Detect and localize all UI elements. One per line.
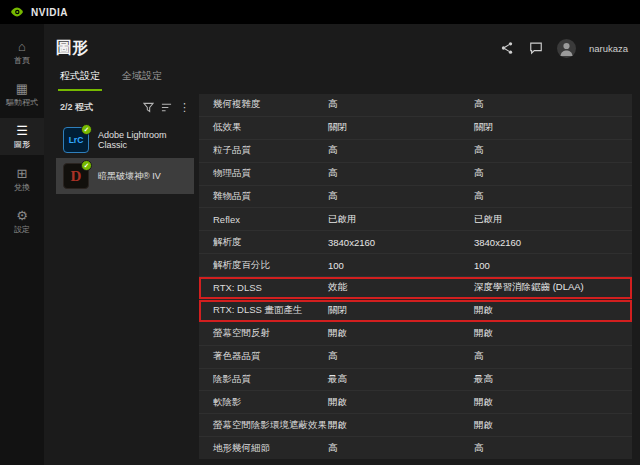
settings-row: 粒子品質 高 高 — [199, 140, 632, 163]
setting-name: 著色器品質 — [213, 350, 328, 363]
setting-current-value[interactable]: 高 — [328, 350, 474, 363]
setting-name: 解析度百分比 — [213, 259, 328, 272]
settings-row: 著色器品質 高 高 — [199, 346, 632, 369]
user-avatar[interactable] — [557, 39, 576, 58]
optimized-check-badge: ✓ — [81, 160, 92, 171]
settings-row: 螢幕空間陰影環境遮蔽效果 開啟 開啟 — [199, 414, 632, 437]
setting-current-value[interactable]: 3840x2160 — [328, 237, 474, 248]
setting-name: 陰影品質 — [213, 373, 328, 386]
program-count-label: 2/2 程式 — [60, 101, 93, 114]
settings-row: 陰影品質 最高 最高 — [199, 369, 632, 392]
setting-global-value: 高 — [474, 350, 632, 363]
sidebar-item-settings[interactable]: ⚙ 設定 — [0, 203, 44, 239]
settings-row: RTX: DLSS 效能 深度學習消除鋸齒 (DLAA) — [199, 277, 632, 300]
setting-name: 解析度 — [213, 236, 328, 249]
setting-name: RTX: DLSS 畫面產生 — [213, 304, 328, 317]
settings-row: 地形幾何細節 高 高 — [199, 437, 632, 459]
setting-name: 地形幾何細節 — [213, 442, 328, 455]
setting-current-value[interactable]: 高 — [328, 190, 474, 203]
window-title: NVIDIA — [31, 7, 68, 18]
setting-global-value: 深度學習消除鋸齒 (DLAA) — [474, 281, 632, 294]
program-name: Adobe Lightroom Classic — [98, 130, 187, 150]
setting-global-value: 100 — [474, 260, 632, 271]
setting-current-value[interactable]: 開啟 — [328, 419, 474, 432]
nvidia-logo-icon — [10, 5, 24, 19]
setting-current-value[interactable]: 開啟 — [328, 327, 474, 340]
feedback-icon[interactable] — [528, 40, 544, 56]
settings-table: 幾何複雜度 高 高 低效果 關閉 關閉 粒子品質 高 高 物理品質 高 高 雜物… — [199, 94, 632, 459]
settings-row: 解析度百分比 100 100 — [199, 254, 632, 277]
setting-global-value: 開啟 — [474, 304, 632, 317]
setting-current-value[interactable]: 高 — [328, 144, 474, 157]
sidebar-item-label: 設定 — [14, 225, 30, 234]
sidebar-item-home[interactable]: ⌂ 首頁 — [0, 34, 44, 70]
setting-name: 幾何複雜度 — [213, 98, 328, 111]
setting-current-value[interactable]: 效能 — [328, 281, 474, 294]
graphics-icon: ☰ — [16, 124, 28, 137]
username-label: narukaza — [589, 43, 628, 54]
setting-name: 物理品質 — [213, 167, 328, 180]
setting-name: 軟陰影 — [213, 396, 328, 409]
program-item[interactable]: D ✓ 暗黑破壞神® IV — [56, 158, 194, 194]
setting-global-value: 開啟 — [474, 396, 632, 409]
setting-current-value[interactable]: 關閉 — [328, 121, 474, 134]
setting-global-value: 高 — [474, 190, 632, 203]
settings-row: 螢幕空間反射 開啟 開啟 — [199, 323, 632, 346]
share-icon[interactable] — [499, 40, 515, 56]
setting-current-value[interactable]: 高 — [328, 98, 474, 111]
setting-current-value[interactable]: 最高 — [328, 373, 474, 386]
setting-global-value: 3840x2160 — [474, 237, 632, 248]
setting-name: 螢幕空間反射 — [213, 327, 328, 340]
program-name: 暗黑破壞神® IV — [98, 170, 161, 183]
sort-icon[interactable] — [161, 102, 172, 113]
sidebar-nav: ⌂ 首頁 ▦ 驅動程式 ☰ 圖形 ⊞ 兌換 ⚙ 設定 — [0, 24, 44, 465]
program-icon: LrC ✓ — [63, 127, 89, 153]
setting-global-value: 開啟 — [474, 419, 632, 432]
settings-row: 雜物品質 高 高 — [199, 186, 632, 209]
tab[interactable]: 程式設定 — [58, 69, 102, 91]
setting-current-value[interactable]: 100 — [328, 260, 474, 271]
setting-global-value: 高 — [474, 167, 632, 180]
program-list-panel: 2/2 程式 ⋮ — [56, 94, 194, 459]
window-titlebar: NVIDIA — [0, 0, 640, 24]
setting-global-value: 已啟用 — [474, 213, 632, 226]
setting-current-value[interactable]: 關閉 — [328, 304, 474, 317]
setting-name: 雜物品質 — [213, 190, 328, 203]
kebab-menu-icon[interactable]: ⋮ — [179, 101, 190, 114]
program-items: LrC ✓ Adobe Lightroom Classic D ✓ 暗黑破壞神®… — [56, 122, 194, 194]
setting-current-value[interactable]: 高 — [328, 442, 474, 455]
sidebar-item-label: 驅動程式 — [6, 98, 38, 107]
settings-row: 軟陰影 開啟 開啟 — [199, 391, 632, 414]
settings-tabs: 程式設定 全域設定 — [56, 67, 632, 91]
tab[interactable]: 全域設定 — [120, 69, 164, 91]
setting-name: 粒子品質 — [213, 144, 328, 157]
setting-name: Reflex — [213, 214, 328, 225]
setting-global-value: 高 — [474, 144, 632, 157]
program-icon: D ✓ — [63, 163, 89, 189]
setting-name: 低效果 — [213, 121, 328, 134]
sidebar-item-graphics[interactable]: ☰ 圖形 — [0, 118, 44, 154]
settings-icon: ⚙ — [16, 209, 28, 222]
settings-row: 低效果 關閉 關閉 — [199, 117, 632, 140]
setting-current-value[interactable]: 高 — [328, 167, 474, 180]
sidebar-item-label: 兌換 — [14, 183, 30, 192]
setting-current-value[interactable]: 開啟 — [328, 396, 474, 409]
settings-row: Reflex 已啟用 已啟用 — [199, 208, 632, 231]
setting-global-value: 高 — [474, 98, 632, 111]
drivers-icon: ▦ — [16, 82, 28, 95]
filter-icon[interactable] — [143, 102, 154, 113]
program-item[interactable]: LrC ✓ Adobe Lightroom Classic — [56, 122, 194, 158]
setting-global-value: 開啟 — [474, 327, 632, 340]
optimized-check-badge: ✓ — [81, 124, 92, 135]
settings-row: 物理品質 高 高 — [199, 163, 632, 186]
sidebar-item-label: 首頁 — [14, 56, 30, 65]
setting-name: 螢幕空間陰影環境遮蔽效果 — [213, 419, 328, 432]
setting-global-value: 高 — [474, 442, 632, 455]
page-header: 圖形 — [56, 24, 632, 64]
setting-global-value: 最高 — [474, 373, 632, 386]
home-icon: ⌂ — [18, 40, 26, 53]
setting-current-value[interactable]: 已啟用 — [328, 213, 474, 226]
sidebar-item-drivers[interactable]: ▦ 驅動程式 — [0, 76, 44, 112]
sidebar-item-redeem[interactable]: ⊞ 兌換 — [0, 161, 44, 197]
setting-global-value: 關閉 — [474, 121, 632, 134]
